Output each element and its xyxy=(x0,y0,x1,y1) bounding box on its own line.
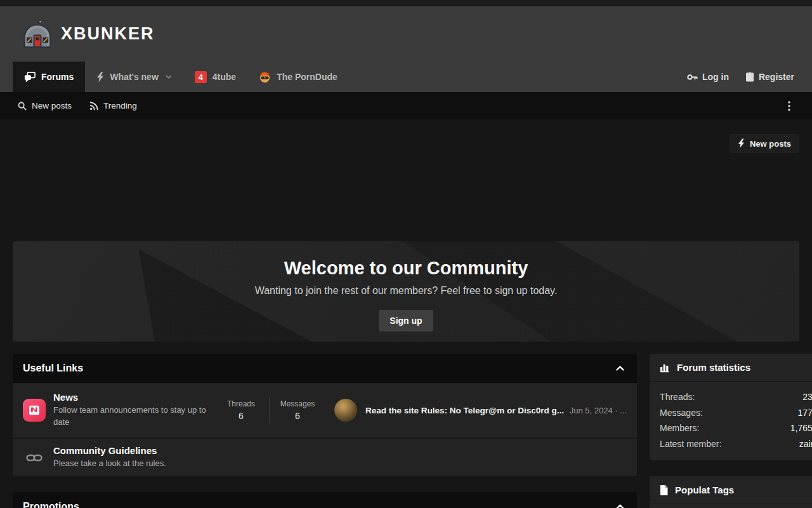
forum-statistics-header: Forum statistics xyxy=(650,354,812,382)
bunker-logo-icon xyxy=(22,19,53,50)
messages-value: 6 xyxy=(273,411,322,421)
stat-row-latest-member: Latest member: zainx17 xyxy=(660,436,812,452)
messages-label: Messages xyxy=(273,399,322,408)
tab-label: The PornDude xyxy=(277,72,337,82)
tab-forums[interactable]: Forums xyxy=(13,62,85,92)
latest-thread: Read the site Rules: No Telegr@m or Disc… xyxy=(334,399,627,422)
document-icon xyxy=(660,485,668,495)
tab-4tube[interactable]: 4 4tube xyxy=(183,62,247,92)
useful-links-header: Useful Links xyxy=(13,354,637,383)
banner-subtitle: Wanting to join the rest of our members?… xyxy=(255,285,558,297)
forum-node-guidelines[interactable]: Community Guidelines Please take a look … xyxy=(13,439,637,476)
brand-name: XBUNKER xyxy=(61,24,155,44)
login-link[interactable]: Log in xyxy=(687,72,729,82)
link-icon xyxy=(23,453,46,462)
chat-bubbles-icon xyxy=(24,72,36,83)
sub-nav: New posts Trending xyxy=(0,92,812,119)
welcome-banner: Welcome to our Community Wanting to join… xyxy=(13,241,799,342)
messages-stat: Messages 6 xyxy=(273,399,322,421)
node-description: Please take a look at the rules. xyxy=(53,458,166,470)
threads-label: Threads xyxy=(217,399,265,408)
bar-chart-icon xyxy=(660,363,670,373)
stat-value: 23,772 xyxy=(802,389,812,405)
register-label: Register xyxy=(759,72,794,82)
stat-divider xyxy=(269,397,270,424)
top-strip xyxy=(0,0,812,6)
popular-tags-header: Populat Tags xyxy=(650,476,812,504)
stat-row-members: Members: 1,765,086 xyxy=(660,420,812,436)
clipboard-icon xyxy=(745,72,754,82)
stat-label: Latest member: xyxy=(660,436,721,452)
chevron-up-icon[interactable] xyxy=(613,502,627,508)
site-header: XBUNKER Forums What's new 4 xyxy=(0,6,812,92)
useful-links-block: Useful Links xyxy=(13,354,637,476)
main-nav: Forums What's new 4 4tube xyxy=(0,62,812,92)
stat-label: Members: xyxy=(660,420,699,436)
banner-title: Welcome to our Community xyxy=(284,258,528,279)
popular-tags-block: Populat Tags xyxy=(650,476,812,508)
forum-statistics-block: Forum statistics Threads: 23,772 Message… xyxy=(650,354,812,460)
news-icon xyxy=(23,399,46,422)
latest-member-link[interactable]: zainx17 xyxy=(799,436,812,452)
subnav-label: New posts xyxy=(32,101,72,110)
promotions-header: Promotions xyxy=(13,492,637,508)
sidebar: Forum statistics Threads: 23,772 Message… xyxy=(650,354,812,508)
node-title[interactable]: News xyxy=(53,392,217,403)
promotions-block: Promotions xyxy=(13,492,637,508)
popular-tags-body xyxy=(650,504,812,508)
lightning-icon xyxy=(738,138,745,149)
chevron-up-icon[interactable] xyxy=(613,363,627,373)
subnav-trending[interactable]: Trending xyxy=(89,101,137,110)
key-icon xyxy=(687,73,698,81)
stat-value: 177,494 xyxy=(798,405,812,421)
latest-thread-meta: Jun 5, 2024 · ... xyxy=(570,406,627,415)
tab-porndude[interactable]: The PornDude xyxy=(247,62,349,92)
subnav-new-posts[interactable]: New posts xyxy=(18,101,72,110)
tab-label: What's new xyxy=(110,72,158,82)
node-text: News Follow team announcements to stay u… xyxy=(53,392,217,429)
stat-label: Messages: xyxy=(660,405,703,421)
avatar[interactable] xyxy=(334,399,357,422)
stat-value: 1,765,086 xyxy=(790,420,812,436)
section-title: Populat Tags xyxy=(675,485,734,495)
lightning-icon xyxy=(96,72,104,83)
threads-value: 6 xyxy=(217,411,265,421)
new-posts-button[interactable]: New posts xyxy=(730,134,799,153)
auth-links: Log in Register xyxy=(687,62,799,92)
subnav-label: Trending xyxy=(103,101,137,110)
login-label: Log in xyxy=(702,72,729,82)
threads-stat: Threads 6 xyxy=(217,399,265,421)
stat-row-threads: Threads: 23,772 xyxy=(660,389,812,405)
node-text: Community Guidelines Please take a look … xyxy=(53,445,166,470)
sign-up-button[interactable]: Sign up xyxy=(379,310,433,331)
tab-label: 4tube xyxy=(213,72,236,82)
stat-row-messages: Messages: 177,494 xyxy=(660,405,812,421)
porndude-icon xyxy=(259,71,271,83)
register-link[interactable]: Register xyxy=(745,72,794,82)
page-content: New posts Welcome to our Community Wanti… xyxy=(0,134,812,508)
node-description: Follow team announcements to stay up to … xyxy=(53,404,217,429)
main-column: Useful Links xyxy=(13,354,637,508)
section-title: Forum statistics xyxy=(677,362,750,373)
rss-icon xyxy=(89,102,98,110)
new-posts-button-label: New posts xyxy=(750,139,791,149)
forum-node-news[interactable]: News Follow team announcements to stay u… xyxy=(13,383,637,438)
search-icon xyxy=(18,102,27,110)
tab-whats-new[interactable]: What's new xyxy=(85,62,183,92)
section-title: Useful Links xyxy=(23,363,83,374)
logo-row: XBUNKER xyxy=(0,6,812,62)
tab-label: Forums xyxy=(41,72,74,82)
chevron-down-icon xyxy=(166,75,172,79)
section-title: Promotions xyxy=(23,501,79,508)
latest-thread-title[interactable]: Read the site Rules: No Telegr@m or Disc… xyxy=(365,406,564,415)
actions-row: New posts xyxy=(13,134,799,153)
useful-links-body: News Follow team announcements to stay u… xyxy=(13,383,637,476)
forum-statistics-body: Threads: 23,772 Messages: 177,494 Member… xyxy=(650,382,812,460)
node-title[interactable]: Community Guidelines xyxy=(53,445,166,456)
latest-thread-text: Read the site Rules: No Telegr@m or Disc… xyxy=(365,406,627,415)
4tube-badge-icon: 4 xyxy=(195,71,207,83)
site-logo[interactable]: XBUNKER xyxy=(22,19,155,50)
main-row: Useful Links xyxy=(13,354,799,508)
kebab-menu-icon[interactable] xyxy=(784,98,794,114)
stat-label: Threads: xyxy=(660,389,695,405)
